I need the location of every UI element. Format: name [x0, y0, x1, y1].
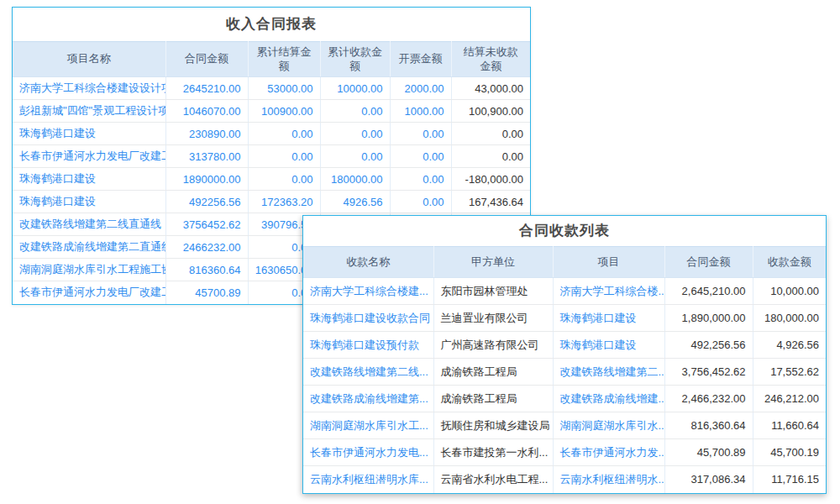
cell-value: 抚顺住房和城乡建设局 — [433, 412, 553, 439]
cell-link[interactable]: 0.00 — [390, 145, 451, 168]
cell-link[interactable]: 湖南洞庭湖水库引水工... — [303, 412, 433, 439]
cell-value: 45,700.19 — [753, 439, 826, 466]
cell-value: 167,436.64 — [451, 191, 530, 213]
table-row: 长春市伊通河水力发电...长春市建投第一水利...长春市伊通河水力发...45,… — [303, 439, 826, 466]
cell-link[interactable]: 改建铁路线增建第二... — [553, 359, 664, 386]
cell-link[interactable]: 改建铁路成渝线增建第二直通线 — [13, 236, 165, 259]
cell-link[interactable]: 珠海鹤港口建设 — [13, 168, 165, 191]
cell-link[interactable]: 0.00 — [320, 123, 390, 145]
cell-link[interactable]: 长春市伊通河水力发电厂改建工程 — [13, 145, 165, 168]
cell-value: 3,756,452.62 — [664, 359, 753, 386]
table-row: 改建铁路线增建第二线...成渝铁路工程局改建铁路线增建第二...3,756,45… — [303, 359, 826, 386]
cell-link[interactable]: 0.00 — [390, 123, 451, 145]
cell-link[interactable]: 313780.00 — [165, 145, 248, 168]
column-header-contract-amount: 合同金额 — [165, 42, 248, 77]
column-header-settled-amount: 累计结算金额 — [248, 42, 320, 77]
cell-link[interactable]: 0.00 — [390, 168, 451, 191]
cell-link[interactable]: 0.00 — [390, 191, 451, 213]
contract-receipt-list-card: 合同收款列表 收款名称 甲方单位 项目 合同金额 收款金额 济南大学工科综合楼建… — [302, 215, 827, 494]
cell-value: 11,716.15 — [753, 466, 826, 493]
cell-value: 东阳市园林管理处 — [433, 278, 553, 305]
cell-link[interactable]: 长春市伊通河水力发... — [553, 439, 664, 466]
table-row: 珠海鹤港口建设492256.56172363.204926.560.00167,… — [13, 191, 530, 213]
cell-link[interactable]: 云南水利枢纽潜明水库... — [303, 466, 433, 493]
cell-link[interactable]: 改建铁路成渝线增建... — [553, 386, 664, 412]
cell-link[interactable]: 0.00 — [320, 145, 390, 168]
table-row: 云南水利枢纽潜明水库...云南省水利水电工程...云南水利枢纽潜明水...317… — [303, 466, 826, 493]
cell-link[interactable]: 2466232.00 — [165, 236, 248, 259]
cell-link[interactable]: 珠海鹤港口建设 — [13, 123, 165, 145]
cell-value: 云南省水利水电工程... — [433, 466, 553, 493]
cell-link[interactable]: 长春市伊通河水力发电厂改建工程 — [13, 281, 165, 304]
column-header-invoiced-amount: 开票金额 — [390, 42, 451, 77]
cell-value: 246,212.00 — [753, 386, 826, 412]
cell-value: 2,466,232.00 — [664, 386, 753, 412]
cell-link[interactable]: 珠海鹤港口建设 — [553, 305, 664, 332]
cell-link[interactable]: 0.00 — [248, 145, 320, 168]
cell-value: 兰迪置业有限公司 — [433, 305, 553, 332]
cell-link[interactable]: 100900.00 — [248, 100, 320, 123]
cell-link[interactable]: 53000.00 — [248, 77, 320, 100]
cell-link[interactable]: 长春市伊通河水力发电... — [303, 439, 433, 466]
cell-value: 45,700.89 — [664, 439, 753, 466]
table-row: 长春市伊通河水力发电厂改建工程313780.000.000.000.000.00 — [13, 145, 530, 168]
cell-value: 1,890,000.00 — [664, 305, 753, 332]
income-report-title: 收入合同报表 — [13, 8, 530, 41]
cell-value: 43,000.00 — [451, 77, 530, 100]
cell-link[interactable]: 云南水利枢纽潜明水... — [553, 466, 664, 493]
cell-link[interactable]: 10000.00 — [320, 77, 390, 100]
cell-link[interactable]: 彭祖新城"四馆"景观工程设计项目 — [13, 100, 165, 123]
cell-link[interactable]: 0.00 — [320, 100, 390, 123]
cell-value: 816,360.64 — [664, 412, 753, 439]
cell-value: 317,086.34 — [664, 466, 753, 493]
table-row: 湖南洞庭湖水库引水工...抚顺住房和城乡建设局湖南洞庭湖水库引水...816,3… — [303, 412, 826, 439]
cell-link[interactable]: 0.00 — [248, 168, 320, 191]
cell-link[interactable]: 珠海鹤港口建设预付款 — [303, 332, 433, 359]
cell-link[interactable]: 济南大学工科综合楼建设设计项目 — [13, 77, 165, 100]
cell-link[interactable]: 1890000.00 — [165, 168, 248, 191]
cell-link[interactable]: 1046070.00 — [165, 100, 248, 123]
cell-link[interactable]: 4926.56 — [320, 191, 390, 213]
table-row: 珠海鹤港口建设预付款广州高速路有限公司珠海鹤港口建设492,256.564,92… — [303, 332, 826, 359]
cell-value: 17,552.62 — [753, 359, 826, 386]
cell-link[interactable]: 0.00 — [248, 123, 320, 145]
cell-link[interactable]: 珠海鹤港口建设 — [13, 191, 165, 213]
cell-link[interactable]: 816360.64 — [165, 259, 248, 281]
cell-link[interactable]: 改建铁路成渝线增建第... — [303, 386, 433, 412]
cell-value: 长春市建投第一水利... — [433, 439, 553, 466]
cell-value: 100,900.00 — [451, 100, 530, 123]
cell-value: 492,256.56 — [664, 332, 753, 359]
cell-link[interactable]: 230890.00 — [165, 123, 248, 145]
cell-link[interactable]: 济南大学工科综合楼建... — [303, 278, 433, 305]
table-row: 珠海鹤港口建设1890000.000.00180000.000.00-180,0… — [13, 168, 530, 191]
cell-link[interactable]: 改建铁路线增建第二线直通线 — [13, 213, 165, 236]
cell-link[interactable]: 180000.00 — [320, 168, 390, 191]
cell-link[interactable]: 珠海鹤港口建设 — [553, 332, 664, 359]
cell-link[interactable]: 2645210.00 — [165, 77, 248, 100]
receipt-list-header-row: 收款名称 甲方单位 项目 合同金额 收款金额 — [303, 247, 826, 278]
cell-link[interactable]: 珠海鹤港口建设收款合同 — [303, 305, 433, 332]
cell-value: 广州高速路有限公司 — [433, 332, 553, 359]
cell-link[interactable]: 45700.89 — [165, 281, 248, 304]
table-row: 济南大学工科综合楼建...东阳市园林管理处济南大学工科综合楼...2,645,2… — [303, 278, 826, 305]
table-row: 彭祖新城"四馆"景观工程设计项目1046070.00100900.000.001… — [13, 100, 530, 123]
income-report-header-row: 项目名称 合同金额 累计结算金额 累计收款金额 开票金额 结算未收款金额 — [13, 42, 530, 77]
cell-value: 180,000.00 — [753, 305, 826, 332]
column-header-contract-amount: 合同金额 — [664, 247, 753, 278]
cell-link[interactable]: 3756452.62 — [165, 213, 248, 236]
cell-value: 10,000.00 — [753, 278, 826, 305]
cell-link[interactable]: 济南大学工科综合楼... — [553, 278, 664, 305]
cell-link[interactable]: 湖南洞庭湖水库引水工程施工协议 — [13, 259, 165, 281]
cell-link[interactable]: 2000.00 — [390, 77, 451, 100]
table-row: 珠海鹤港口建设收款合同兰迪置业有限公司珠海鹤港口建设1,890,000.0018… — [303, 305, 826, 332]
receipt-list-body: 济南大学工科综合楼建...东阳市园林管理处济南大学工科综合楼...2,645,2… — [303, 278, 826, 493]
cell-link[interactable]: 492256.56 — [165, 191, 248, 213]
cell-link[interactable]: 改建铁路线增建第二线... — [303, 359, 433, 386]
cell-link[interactable]: 172363.20 — [248, 191, 320, 213]
receipt-list-title: 合同收款列表 — [303, 216, 826, 246]
cell-value: 11,660.64 — [753, 412, 826, 439]
cell-link[interactable]: 湖南洞庭湖水库引水... — [553, 412, 664, 439]
cell-value: 成渝铁路工程局 — [433, 386, 553, 412]
cell-link[interactable]: 1000.00 — [390, 100, 451, 123]
cell-value: 2,645,210.00 — [664, 278, 753, 305]
